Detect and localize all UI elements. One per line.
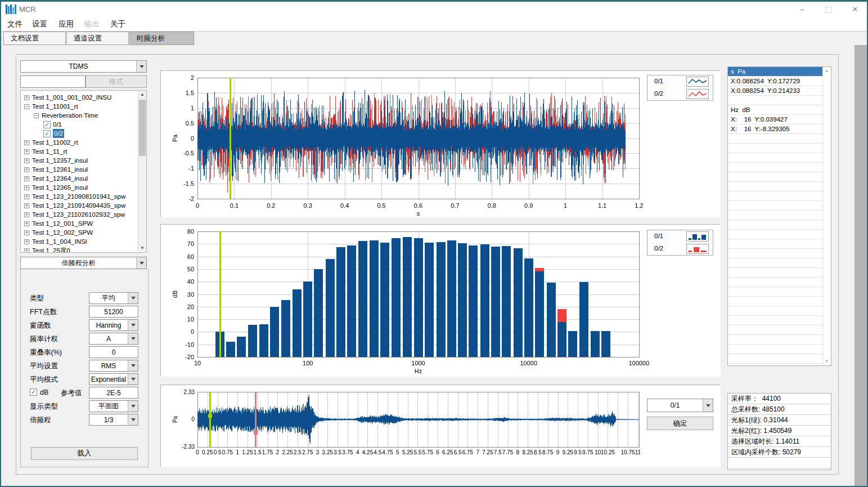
- field-combo-6[interactable]: Exponential: [89, 373, 138, 385]
- expand-icon[interactable]: +: [24, 95, 29, 100]
- octave-spectrum-canvas[interactable]: [161, 225, 721, 377]
- chevron-down-icon[interactable]: [703, 399, 713, 412]
- expand-icon[interactable]: +: [24, 140, 29, 145]
- expand-icon[interactable]: +: [24, 194, 29, 199]
- menu-item-1[interactable]: 文件: [7, 19, 23, 29]
- expand-icon[interactable]: +: [24, 239, 29, 244]
- tree-row[interactable]: +Test 1_11_rt: [22, 147, 137, 156]
- chevron-down-icon[interactable]: [128, 401, 138, 412]
- tab-3[interactable]: 时频分析: [129, 32, 194, 45]
- analysis-type-combo[interactable]: 倍频程分析: [20, 257, 147, 269]
- readout-row[interactable]: [728, 191, 823, 201]
- chevron-down-icon[interactable]: [136, 61, 146, 72]
- tree-row[interactable]: +Test 1_123_210908101941_spw: [22, 192, 137, 201]
- tree-row[interactable]: +Test 1_12357_insul: [22, 156, 137, 165]
- tree-row[interactable]: +Test 1_1_004_INSI: [22, 237, 137, 246]
- readout-row[interactable]: X:0.088254 Y:0.172729: [728, 77, 823, 86]
- file-format-combo[interactable]: TDMS: [20, 60, 147, 73]
- field-input-4[interactable]: 0: [89, 346, 138, 358]
- ref-value-input[interactable]: 2E-5: [89, 387, 138, 399]
- field-combo-3[interactable]: A: [89, 333, 138, 345]
- readout-row[interactable]: [728, 163, 823, 172]
- readout-row[interactable]: [728, 153, 823, 163]
- chevron-down-icon[interactable]: [128, 320, 138, 330]
- readout-row[interactable]: [728, 287, 823, 297]
- readout-row[interactable]: [728, 278, 823, 287]
- readout-row[interactable]: [728, 268, 823, 278]
- readout-row[interactable]: s Pa: [728, 67, 823, 77]
- readout-row[interactable]: [728, 172, 823, 182]
- confirm-button[interactable]: 确定: [647, 417, 713, 430]
- readout-row[interactable]: [728, 201, 823, 211]
- scroll-up-icon[interactable]: ▲: [823, 67, 831, 75]
- readout-row[interactable]: [728, 335, 823, 345]
- tab-1[interactable]: 文档设置: [3, 32, 66, 45]
- readout-row[interactable]: Hz dB: [728, 105, 823, 115]
- chevron-down-icon[interactable]: [128, 293, 138, 303]
- tree-row[interactable]: −Test 1_11001_rt: [22, 102, 137, 111]
- field-combo-2[interactable]: Hanning: [89, 319, 138, 331]
- tree-row[interactable]: +Test 1_25度0: [22, 246, 137, 253]
- tree-row[interactable]: +Test 1_12_001_SPW: [22, 219, 137, 228]
- filter-input[interactable]: [20, 75, 86, 88]
- chevron-down-icon[interactable]: [136, 257, 146, 269]
- close-button[interactable]: ✕: [846, 5, 864, 15]
- readout-row[interactable]: [728, 134, 823, 144]
- tab-2[interactable]: 通道设置: [66, 32, 129, 45]
- tree-scrollbar[interactable]: ▲ ▼: [138, 91, 146, 252]
- expand-icon[interactable]: +: [24, 221, 29, 226]
- tree-row[interactable]: +Test 1_001_001_002_INSU: [22, 93, 137, 102]
- field-combo-9[interactable]: 1/3: [89, 414, 138, 426]
- readout-row[interactable]: X: 16 Y:-8.329305: [728, 124, 823, 134]
- readout-row[interactable]: [728, 230, 823, 239]
- maximize-button[interactable]: [820, 5, 838, 15]
- readout-row[interactable]: [728, 297, 823, 306]
- load-button[interactable]: 载入: [31, 447, 138, 460]
- field-combo-5[interactable]: RMS: [89, 360, 138, 372]
- tree-row[interactable]: +Test 1_12364_insul: [22, 174, 137, 183]
- readout-row[interactable]: [728, 325, 823, 335]
- tree-row[interactable]: +Test 1_12365_insul: [22, 183, 137, 192]
- collapse-icon[interactable]: −: [24, 104, 29, 109]
- expand-icon[interactable]: +: [24, 149, 29, 154]
- tree-row[interactable]: +Test 1_123_210914094435_spw: [22, 201, 137, 210]
- readout-row[interactable]: [728, 239, 823, 249]
- checkbox-checked-icon[interactable]: ✓: [43, 121, 51, 128]
- chevron-down-icon[interactable]: [128, 374, 138, 385]
- expand-icon[interactable]: +: [24, 185, 29, 190]
- tree-row[interactable]: +Test 1_12361_insul: [22, 165, 137, 174]
- readout-row[interactable]: [728, 345, 823, 354]
- tree-row[interactable]: +Test 1_12_002_SPW: [22, 228, 137, 237]
- db-checkbox[interactable]: ✓: [30, 388, 37, 396]
- readout-row[interactable]: X: 16 Y:0.039427: [728, 115, 823, 124]
- chevron-down-icon[interactable]: [128, 414, 138, 425]
- readout-row[interactable]: [728, 249, 823, 258]
- format-button[interactable]: 格式: [86, 75, 147, 88]
- minimize-button[interactable]: –: [793, 5, 811, 15]
- readout-row[interactable]: [728, 354, 823, 364]
- field-input-1[interactable]: 51200: [89, 306, 138, 318]
- checkbox-checked-icon[interactable]: ✓: [43, 130, 51, 137]
- readout-row[interactable]: [728, 306, 823, 316]
- expand-icon[interactable]: +: [24, 203, 29, 208]
- expand-icon[interactable]: +: [24, 158, 29, 163]
- tree-scroll-thumb[interactable]: [139, 100, 146, 156]
- menu-item-2[interactable]: 设置: [32, 19, 47, 29]
- chevron-down-icon[interactable]: [128, 333, 138, 344]
- tree-row[interactable]: ✓0/1: [22, 120, 137, 129]
- readout-row[interactable]: X:0.088254 Y:0.214233: [728, 86, 823, 96]
- channel-combo[interactable]: 0/1: [647, 399, 713, 412]
- expand-icon[interactable]: +: [24, 176, 29, 181]
- expand-icon[interactable]: +: [24, 230, 29, 235]
- overview-waveform-canvas[interactable]: [161, 385, 721, 467]
- readout-scrollbar[interactable]: ▲ ▼: [822, 67, 831, 365]
- expand-icon[interactable]: +: [24, 167, 29, 172]
- scroll-down-icon[interactable]: ▼: [823, 358, 831, 365]
- readout-row[interactable]: [728, 220, 823, 230]
- scroll-up-icon[interactable]: ▲: [138, 91, 146, 99]
- field-combo-0[interactable]: 平均: [89, 292, 138, 304]
- field-combo-8[interactable]: 平面图: [89, 400, 138, 412]
- chevron-down-icon[interactable]: [128, 360, 138, 371]
- tree-row[interactable]: +Test 1_11002_rt: [22, 138, 137, 147]
- time-waveform-canvas[interactable]: [161, 71, 721, 217]
